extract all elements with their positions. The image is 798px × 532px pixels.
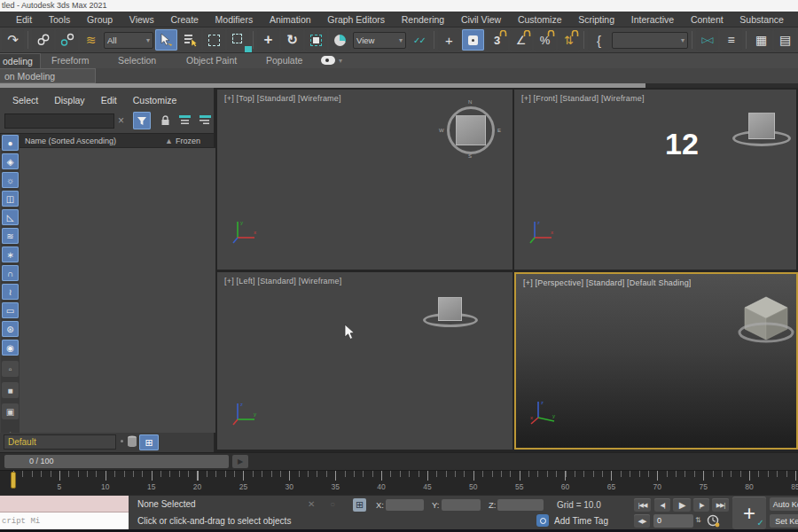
tab-polygon-modeling[interactable]: on Modeling <box>0 68 96 83</box>
menu-item-create[interactable]: Create <box>168 14 200 25</box>
spinner-snap-toggle[interactable]: ⇅ <box>558 29 580 51</box>
viewport-front[interactable]: [+] [Front] [Standard] [Wireframe] 12 z … <box>514 90 796 270</box>
time-configuration-icon[interactable] <box>707 514 720 528</box>
auto-key-button[interactable]: Auto Key <box>770 497 798 511</box>
select-and-rotate-button[interactable]: ↻ <box>281 29 303 51</box>
menu-item-tools[interactable]: Tools <box>47 14 73 25</box>
display-frozen-icon[interactable]: ▫ <box>2 361 19 377</box>
viewcube-3d[interactable] <box>738 293 794 348</box>
menu-item-edit[interactable]: Edit <box>14 14 34 25</box>
snap-rotate-icon[interactable] <box>329 29 351 51</box>
filter-containers-icon[interactable]: ▭ <box>2 302 19 318</box>
filter-shapes-icon[interactable]: ◈ <box>2 153 19 169</box>
set-key-button[interactable]: Set Key <box>770 514 798 528</box>
time-tag-icon[interactable] <box>536 514 549 527</box>
redo-icon[interactable]: ↷ <box>2 29 24 51</box>
time-slider-bar[interactable]: 0 / 100 <box>4 455 229 468</box>
select-and-scale-button[interactable] <box>305 29 327 51</box>
snap-toggle-3d-button[interactable]: 3 <box>486 29 508 51</box>
key-mode-toggle[interactable]: ◀▶ <box>634 514 650 528</box>
explorer-preset-dropdown[interactable]: Default <box>4 434 116 450</box>
select-and-manipulate-button[interactable]: + <box>438 29 460 51</box>
use-pivot-point-center-button[interactable] <box>462 29 484 51</box>
play-button[interactable]: ▶ <box>673 498 691 512</box>
frame-spinner[interactable]: ⇅ <box>695 516 701 524</box>
rectangular-selection-region-button[interactable] <box>203 29 225 51</box>
chevron-down-icon[interactable]: ▾ <box>339 53 342 68</box>
explorer-menu-edit[interactable]: Edit <box>101 95 117 106</box>
window-crossing-toggle[interactable] <box>227 29 249 51</box>
go-to-end-button[interactable]: ▶▶| <box>712 498 729 512</box>
clear-search-icon[interactable]: × <box>118 114 124 127</box>
next-frame-button[interactable]: |▶ <box>693 498 709 512</box>
filter-particles-icon[interactable]: ∗ <box>2 246 19 262</box>
select-and-move-button[interactable]: + <box>257 29 279 51</box>
z-coordinate-field[interactable] <box>497 499 544 511</box>
viewport-perspective[interactable]: [+] [Perspective] [Standard] [Default Sh… <box>514 272 798 450</box>
filter-ik-icon[interactable]: ≀ <box>2 284 19 300</box>
filter-visibility-icon[interactable]: ◉ <box>2 340 19 356</box>
timeline-slider-handle[interactable] <box>11 472 16 489</box>
tab-modeling[interactable]: odeling <box>0 53 41 68</box>
menu-item-civil-view[interactable]: Civil View <box>459 14 503 25</box>
viewport-left[interactable]: [+] [Left] [Standard] [Wireframe] z y <box>217 272 512 450</box>
viewcube-top-face[interactable] <box>456 115 486 145</box>
unlink-selection-icon[interactable] <box>56 29 78 51</box>
display-hidden-icon[interactable]: ■ <box>2 382 19 398</box>
menu-item-rendering[interactable]: Rendering <box>400 14 446 25</box>
explorer-pick-button[interactable]: ⊞ <box>139 434 159 450</box>
select-object-button[interactable] <box>155 29 177 51</box>
lock-cell-editing-button[interactable] <box>156 112 174 129</box>
angle-snap-toggle[interactable]: ∠ <box>510 29 532 51</box>
absolute-mode-toggle[interactable]: ⊞ <box>353 498 366 512</box>
mirror-button[interactable]: ▷◁ <box>696 29 718 51</box>
select-by-name-button[interactable] <box>179 29 201 51</box>
viewport-front-label[interactable]: [+] [Front] [Standard] [Wireframe] <box>521 94 645 103</box>
filter-spacewarps-icon[interactable]: ≋ <box>2 228 19 244</box>
frozen-column-header[interactable]: Frozen <box>176 134 200 149</box>
menu-item-interactive[interactable]: Interactive <box>630 14 676 25</box>
edit-named-selection-sets-button[interactable]: { <box>588 29 610 51</box>
menu-item-substance[interactable]: Substance <box>738 14 786 25</box>
x-coordinate-field[interactable] <box>386 499 424 511</box>
previous-frame-button[interactable]: ◀| <box>654 498 670 512</box>
time-slider-next-button[interactable]: ▶ <box>232 455 248 468</box>
selection-lock-icon[interactable]: ✕ <box>308 499 315 509</box>
set-keys-button[interactable]: +✓ <box>732 497 766 529</box>
name-column-header[interactable]: Name (Sorted Ascending) <box>25 134 116 149</box>
database-icon[interactable] <box>127 435 137 451</box>
filter-funnel-button[interactable] <box>133 112 151 129</box>
explorer-menu-customize[interactable]: Customize <box>133 95 177 106</box>
toggle-layer-explorer-button[interactable]: ▤ <box>774 29 796 51</box>
align-button[interactable]: ≡ <box>720 29 742 51</box>
y-coordinate-field[interactable] <box>442 499 481 511</box>
tab-freeform[interactable]: Freeform <box>51 53 90 68</box>
filter-helpers-icon[interactable]: ◺ <box>2 209 19 225</box>
tab-object-paint[interactable]: Object Paint <box>186 53 237 68</box>
explorer-object-list[interactable] <box>20 148 215 433</box>
percent-snap-toggle[interactable]: % <box>534 29 556 51</box>
menu-item-group[interactable]: Group <box>85 14 114 25</box>
go-to-start-button[interactable]: |◀◀ <box>634 498 651 512</box>
add-time-tag-label[interactable]: Add Time Tag <box>554 516 608 526</box>
tab-populate[interactable]: Populate <box>266 53 302 68</box>
display-children-icon[interactable]: ▣ <box>2 403 19 419</box>
macro-recorder-pane[interactable] <box>0 496 129 512</box>
menu-item-graph-editors[interactable]: Graph Editors <box>325 14 387 25</box>
menu-item-views[interactable]: Views <box>128 14 156 25</box>
viewport-perspective-label[interactable]: [+] [Perspective] [Standard] [Default Sh… <box>523 278 692 287</box>
current-frame-field[interactable]: 0 <box>653 514 693 528</box>
timeline-ruler[interactable]: 510152025303540455055606570758085 <box>0 470 798 495</box>
menu-item-content[interactable]: Content <box>689 14 725 25</box>
viewport-top[interactable]: [+] [Top] [Standard] [Wireframe] N E S W… <box>217 90 512 270</box>
filter-bones-icon[interactable]: ∩ <box>2 265 19 281</box>
viewport-left-label[interactable]: [+] [Left] [Standard] [Wireframe] <box>224 277 341 286</box>
named-selection-sets-dropdown[interactable]: ▾ <box>612 32 688 49</box>
filter-lights-icon[interactable]: ☼ <box>2 172 19 188</box>
tab-selection[interactable]: Selection <box>118 53 156 68</box>
filter-cameras-icon[interactable]: ◫ <box>2 191 19 207</box>
filter-geometry-icon[interactable]: ● <box>2 135 19 151</box>
menu-item-modifiers[interactable]: Modifiers <box>214 14 255 25</box>
reference-coordinate-dropdown[interactable]: View ▾ <box>353 32 406 49</box>
filter-materials-icon[interactable]: ⊛ <box>2 321 19 337</box>
